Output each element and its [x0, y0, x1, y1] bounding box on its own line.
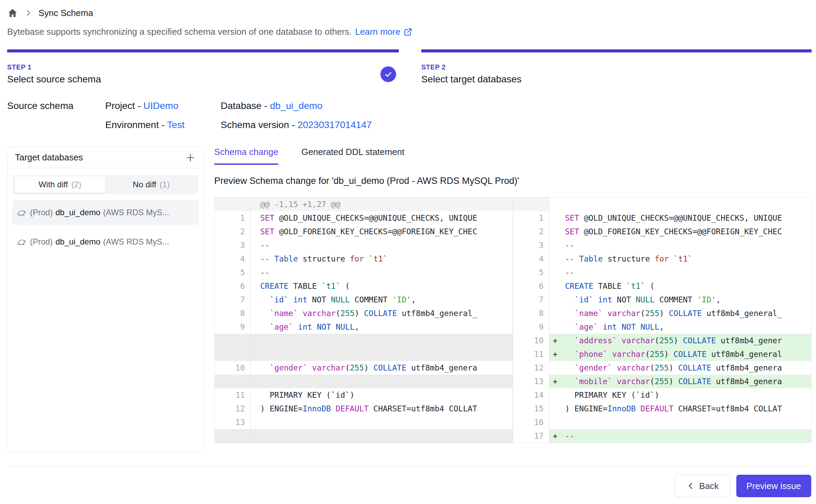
- code-line: -- Table structure for `t1`: [565, 252, 811, 266]
- code-line: `mobile` varchar(255) COLLATE utf8mb4_ge…: [565, 375, 811, 388]
- preview-section: Schema change Generated DDL statement Pr…: [214, 147, 812, 453]
- diff-row: 6CREATE TABLE `t1` (: [215, 279, 513, 293]
- line-number: 7: [513, 293, 549, 306]
- code-line: PRIMARY KEY (`id`): [251, 388, 513, 402]
- line-number: 6: [513, 279, 549, 293]
- line-number: 13: [215, 415, 251, 429]
- database-link[interactable]: db_ui_demo: [270, 100, 323, 111]
- code-line: `id` int NOT NULL COMMENT 'ID',: [565, 293, 811, 306]
- line-number: [215, 347, 251, 361]
- line-number: 14: [513, 388, 549, 402]
- diff-row: 7 `id` int NOT NULL COMMENT 'ID',: [215, 293, 513, 306]
- diff-add-marker: +: [549, 429, 565, 443]
- code-line: `age` int NOT NULL,: [251, 320, 513, 334]
- environment-link[interactable]: Test: [167, 120, 185, 130]
- diff-pane-source[interactable]: @@ -1,15 +1,27 @@1SET @OLD_UNIQUE_CHECKS…: [215, 198, 513, 443]
- diff-add-marker: [549, 252, 565, 266]
- diff-add-marker: +: [549, 347, 565, 361]
- diff-add-marker: [549, 266, 565, 279]
- line-number: [215, 429, 251, 443]
- chevron-left-icon: [686, 482, 695, 490]
- code-line: PRIMARY KEY (`id`): [565, 388, 811, 402]
- step-2-label: STEP 2: [421, 63, 812, 71]
- diff-row: @@ -1,15 +1,27 @@: [215, 198, 513, 211]
- line-number: 2: [215, 225, 251, 238]
- code-line: @@ -1,15 +1,27 @@: [251, 198, 513, 211]
- diff-add-marker: [549, 238, 565, 252]
- step-1-bar: [7, 49, 399, 52]
- diff-pane-target[interactable]: 1SET @OLD_UNIQUE_CHECKS=@@UNIQUE_CHECKS,…: [513, 198, 811, 443]
- home-icon[interactable]: [7, 7, 18, 18]
- step-1: STEP 1 Select source schema: [7, 49, 399, 85]
- diff-spacer-row: [215, 429, 513, 443]
- preview-issue-button[interactable]: Preview issue: [736, 475, 811, 497]
- diff-add-marker: [549, 361, 565, 375]
- back-button[interactable]: Back: [675, 475, 730, 497]
- code-line: `name` varchar(255) COLLATE utf8mb4_gene…: [565, 306, 811, 320]
- line-number: 8: [513, 306, 549, 320]
- diff-row: [513, 198, 811, 211]
- target-databases-title: Target databases: [15, 152, 83, 163]
- field-project: Project - UIDemo: [105, 100, 221, 111]
- line-number: 9: [513, 320, 549, 334]
- diff-row: 13+ `mobile` varchar(255) COLLATE utf8mb…: [513, 375, 811, 388]
- preview-tabs: Schema change Generated DDL statement: [214, 147, 812, 165]
- diff-add-marker: [549, 402, 565, 415]
- field-environment: Environment - Test: [105, 120, 221, 130]
- learn-more-link[interactable]: Learn more: [355, 27, 413, 37]
- diff-row: 6CREATE TABLE `t1` (: [513, 279, 811, 293]
- tab-with-diff[interactable]: With diff (2): [14, 176, 106, 193]
- diff-row: 9 `age` int NOT NULL,: [513, 320, 811, 334]
- line-number: 12: [215, 402, 251, 415]
- diff-row: 14 PRIMARY KEY (`id`): [513, 388, 811, 402]
- target-databases-panel: Target databases With diff (2) No diff (…: [7, 147, 204, 453]
- footer-actions: Back Preview issue: [7, 475, 812, 497]
- footer-divider: [7, 466, 812, 467]
- code-line: [251, 334, 513, 347]
- line-number: 13: [513, 375, 549, 388]
- diff-row: 1SET @OLD_UNIQUE_CHECKS=@@UNIQUE_CHECKS,…: [513, 211, 811, 225]
- code-line: --: [251, 238, 513, 252]
- project-link[interactable]: UIDemo: [143, 100, 178, 111]
- diff-row: 10 `gender` varchar(255) COLLATE utf8mb4…: [215, 361, 513, 375]
- database-list-item[interactable]: (Prod) db_ui_demo (AWS RDS MyS...: [12, 230, 199, 254]
- line-number: 10: [513, 334, 549, 347]
- line-number: [215, 198, 251, 211]
- diff-row: 3--: [215, 238, 513, 252]
- tab-no-diff[interactable]: No diff (1): [106, 176, 197, 193]
- diff-add-marker: [549, 211, 565, 225]
- field-database: Database - db_ui_demo: [221, 100, 372, 111]
- line-number: 11: [513, 347, 549, 361]
- step-2: STEP 2 Select target databases: [421, 49, 812, 85]
- line-number: [215, 375, 251, 388]
- diff-filter-tabs: With diff (2) No diff (1): [13, 175, 198, 194]
- diff-row: 8 `name` varchar(255) COLLATE utf8mb4_ge…: [215, 306, 513, 320]
- line-number: 4: [513, 252, 549, 266]
- schema-version-link[interactable]: 20230317014147: [298, 120, 372, 130]
- database-list-item[interactable]: (Prod) db_ui_demo (AWS RDS MyS...: [12, 200, 199, 225]
- diff-row: 8 `name` varchar(255) COLLATE utf8mb4_ge…: [513, 306, 811, 320]
- diff-row: 13: [215, 415, 513, 429]
- add-target-database-button[interactable]: [185, 152, 196, 163]
- diff-row: 17+--: [513, 429, 811, 443]
- tab-schema-change[interactable]: Schema change: [214, 147, 278, 165]
- diff-row: 12 `gender` varchar(255) COLLATE utf8mb4…: [513, 361, 811, 375]
- code-line: [251, 375, 513, 388]
- diff-spacer-row: [215, 334, 513, 347]
- line-number: 2: [513, 225, 549, 238]
- code-line: `phone` varchar(255) COLLATE utf8mb4_gen…: [565, 347, 811, 361]
- diff-add-marker: [549, 415, 565, 429]
- mysql-icon: [16, 207, 27, 218]
- line-number: [215, 334, 251, 347]
- tab-generated-ddl[interactable]: Generated DDL statement: [301, 147, 405, 165]
- diff-row: 16: [513, 415, 811, 429]
- source-schema-label: Source schema: [7, 100, 105, 130]
- code-line: [565, 415, 811, 429]
- step-complete-check-icon: [380, 66, 396, 82]
- line-number: 17: [513, 429, 549, 443]
- diff-row: 1SET @OLD_UNIQUE_CHECKS=@@UNIQUE_CHECKS,…: [215, 211, 513, 225]
- step-1-title: Select source schema: [7, 74, 399, 85]
- code-line: [251, 429, 513, 443]
- diff-row: 2SET @OLD_FOREIGN_KEY_CHECKS=@@FOREIGN_K…: [513, 225, 811, 238]
- step-indicator: STEP 1 Select source schema STEP 2 Selec…: [7, 49, 812, 85]
